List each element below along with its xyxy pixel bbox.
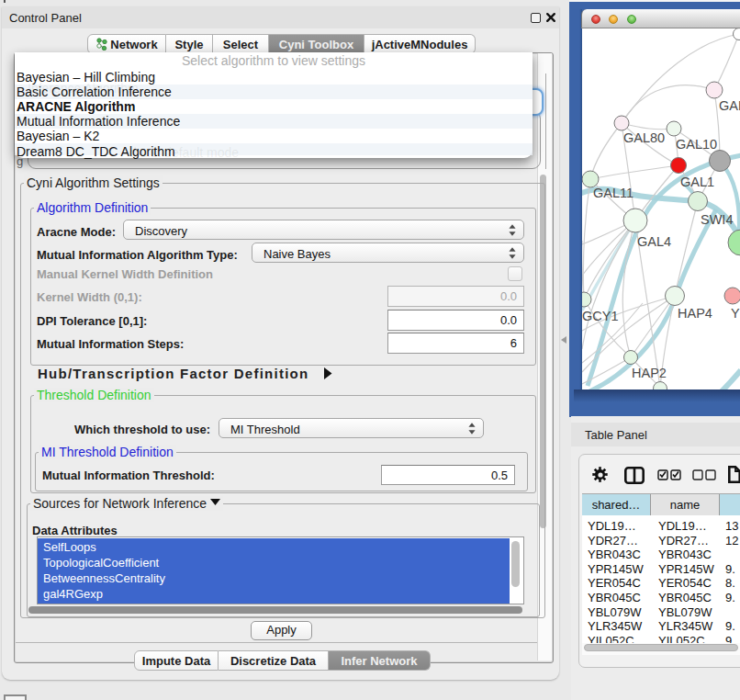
svg-text:GAL7: GAL7 — [719, 98, 740, 113]
svg-text:GAL80: GAL80 — [623, 130, 665, 145]
svg-text:HAP2: HAP2 — [632, 366, 667, 380]
svg-text:HAP4: HAP4 — [678, 306, 712, 321]
svg-text:GAL10: GAL10 — [676, 137, 717, 152]
svg-text:Y: Y — [731, 306, 740, 321]
svg-text:GCY1: GCY1 — [582, 309, 619, 323]
svg-text:GAL1: GAL1 — [680, 175, 714, 189]
svg-text:SWI4: SWI4 — [701, 212, 733, 227]
svg-text:GAL11: GAL11 — [593, 186, 633, 200]
svg-text:GAL4: GAL4 — [637, 234, 671, 249]
